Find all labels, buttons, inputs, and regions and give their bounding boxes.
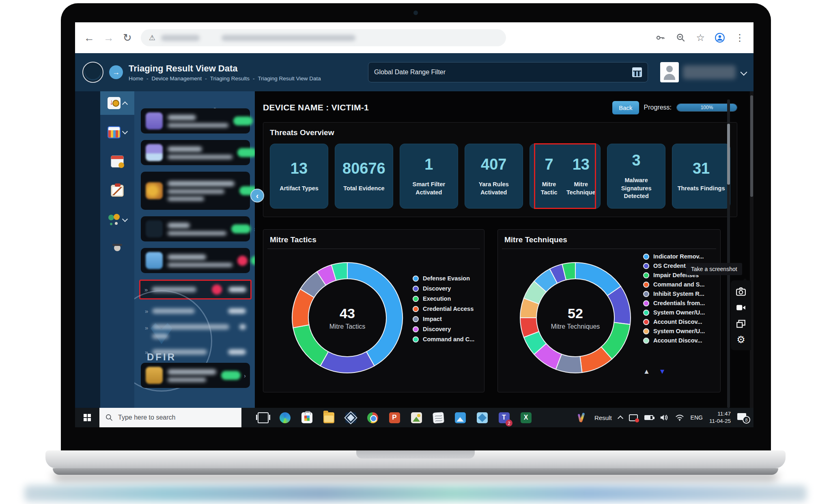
mitre-tactics-donut[interactable]: 43 Mitre Tactics (288, 259, 406, 377)
teams-badge: 2 (506, 420, 512, 426)
artifact-card-redacted[interactable]: › (141, 108, 250, 134)
media-app-button[interactable] (451, 408, 469, 427)
laptop-deck (45, 450, 786, 468)
legend-item[interactable]: Account Discov... (643, 319, 705, 325)
legend-item[interactable]: Discovery (413, 285, 474, 292)
screenshot-camera-icon[interactable] (736, 286, 746, 297)
start-button[interactable] (75, 408, 99, 427)
legend-item[interactable]: Account Discov... (643, 337, 705, 344)
browser-menu-icon[interactable]: ⋮ (735, 32, 745, 43)
back-button[interactable]: Back (612, 101, 639, 114)
security-app-icon (345, 412, 356, 423)
threats-overview-title: Threats Overview (270, 128, 730, 137)
legend-item[interactable]: Indicator Remov... (643, 253, 705, 260)
legend-scroll-down-icon[interactable]: ▼ (659, 368, 666, 376)
file-explorer-button[interactable] (319, 408, 338, 427)
security-app-button[interactable] (341, 408, 360, 427)
legend-dot (643, 291, 649, 297)
legend-item[interactable]: Discovery (413, 326, 474, 332)
browser-back-icon[interactable]: ← (84, 32, 95, 43)
open-window-label[interactable]: Result (594, 414, 612, 421)
legend-item[interactable]: Impact (413, 316, 474, 322)
legend-item[interactable]: Execution (413, 295, 474, 302)
browser-profile-icon[interactable] (715, 32, 725, 43)
user-profile[interactable] (660, 62, 746, 82)
artifact-card-process-execution[interactable]: › (141, 172, 250, 210)
volume-icon[interactable] (660, 414, 669, 422)
wifi-icon[interactable] (675, 414, 684, 421)
tray-expand-icon[interactable] (618, 416, 623, 421)
chevron-down-icon[interactable] (741, 69, 747, 76)
image-editor-button[interactable] (407, 408, 426, 427)
artifact-card-vms[interactable]: › (141, 216, 250, 241)
display-sync-icon[interactable] (629, 414, 638, 421)
notification-center-button[interactable]: 8 (737, 413, 748, 422)
legend-item[interactable]: Credential Access (413, 306, 474, 312)
calendar-icon[interactable] (632, 67, 642, 77)
3d-viewer-button[interactable] (473, 408, 491, 427)
capture-window-icon[interactable] (736, 319, 746, 329)
rail-item-triage-active[interactable] (100, 91, 134, 115)
record-video-icon[interactable] (736, 302, 746, 313)
excel-icon (521, 412, 532, 423)
capture-settings-gear-icon[interactable]: ⚙ (736, 335, 745, 345)
rail-item-investigator[interactable] (100, 237, 134, 261)
zoom-icon[interactable] (676, 32, 686, 43)
breadcrumb-device-management[interactable]: Device Management (152, 75, 202, 82)
legend-item[interactable]: System Owner/U... (643, 328, 705, 334)
breadcrumb-home[interactable]: Home (129, 75, 143, 82)
rail-item-reports[interactable] (100, 179, 134, 202)
powerpoint-button[interactable] (385, 408, 404, 427)
legend-scroll-up-icon[interactable]: ▲ (643, 368, 650, 376)
avatar (660, 62, 679, 82)
breadcrumb-triaging-results[interactable]: Triaging Results (210, 75, 250, 82)
enabled-toggle[interactable] (237, 148, 255, 157)
enabled-toggle[interactable] (231, 224, 251, 233)
task-view-button[interactable] (254, 408, 272, 427)
enabled-toggle[interactable] (221, 371, 241, 380)
store-button[interactable] (297, 408, 316, 427)
teams-button[interactable]: 2 (495, 408, 513, 427)
artifact-card-event-logs[interactable]: › (141, 248, 250, 273)
bookmark-star-icon[interactable]: ☆ (696, 32, 705, 43)
global-date-range-filter[interactable]: Global Date Range Filter (368, 62, 648, 82)
edge-button[interactable] (276, 408, 294, 427)
taskbar-clock[interactable]: 11:47 11-04-25 (709, 410, 731, 425)
sidebar-collapse-button[interactable]: ‹ (250, 189, 264, 202)
password-key-icon[interactable] (655, 32, 666, 43)
chevron-down-icon (122, 128, 128, 134)
language-indicator[interactable]: ENG (691, 414, 703, 421)
memory-icon (146, 144, 163, 161)
notepad-icon (433, 412, 444, 424)
url-bar[interactable]: ⚠ (141, 29, 506, 46)
legend-dot (413, 286, 419, 292)
enabled-toggle[interactable] (251, 256, 255, 265)
rail-item-artifacts[interactable] (100, 121, 134, 144)
artifact-card-file-structure[interactable]: › (141, 363, 250, 388)
rail-item-scheduler[interactable] (100, 150, 134, 173)
enabled-toggle[interactable] (233, 116, 253, 125)
desk-reflection (24, 485, 807, 502)
detective-icon (111, 243, 124, 255)
notepad-button[interactable] (429, 408, 448, 427)
mitre-techniques-donut[interactable]: 52 Mitre Techniques (517, 259, 634, 377)
rail-item-users[interactable] (100, 208, 134, 232)
legend-item[interactable]: Inhibit System R... (643, 291, 705, 297)
stat-card-smart-filter: 1 Smart Filter Activated (400, 144, 458, 209)
header-arrow-button[interactable]: → (109, 65, 123, 79)
taskbar-search[interactable]: Type here to search (99, 408, 241, 427)
browser-reload-icon[interactable]: ↻ (123, 32, 132, 43)
legend-item[interactable]: Command and C... (413, 336, 474, 342)
legend-item[interactable]: Command and S... (643, 281, 705, 288)
browser-forward-icon[interactable]: → (103, 32, 114, 43)
chrome-button[interactable] (363, 408, 382, 427)
artifact-card-memory[interactable]: › (141, 140, 250, 165)
excel-button[interactable] (517, 408, 535, 427)
legend-item[interactable]: System Owner/U... (643, 309, 705, 316)
browser-scrollbar[interactable] (750, 91, 753, 408)
app-scrollbar[interactable] (727, 99, 730, 408)
legend-item[interactable]: Defense Evasion (413, 275, 474, 282)
dfir-logo (82, 62, 103, 83)
legend-item[interactable]: Credentials from... (643, 300, 705, 306)
paint-app-icon[interactable] (577, 412, 588, 423)
